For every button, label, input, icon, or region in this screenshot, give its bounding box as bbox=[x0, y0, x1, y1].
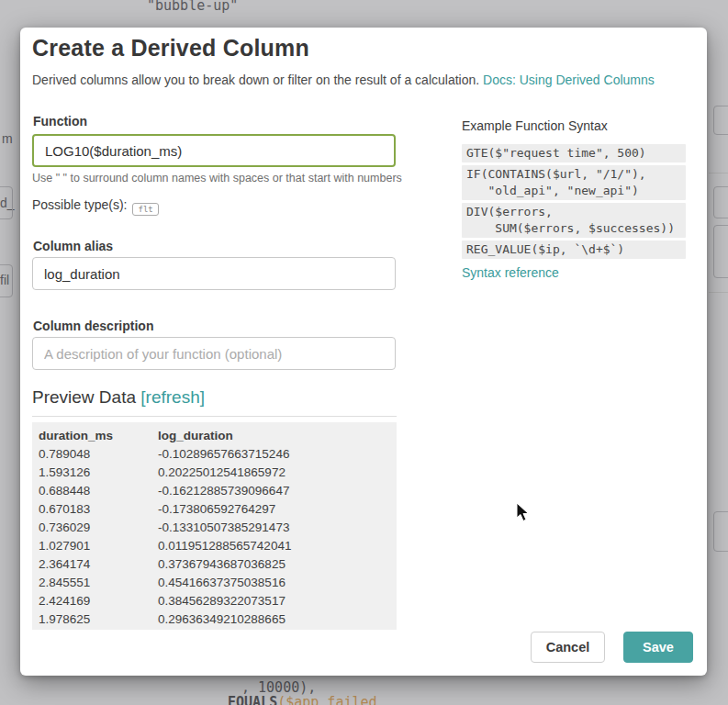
table-row: 1.5931260.20225012541865972 bbox=[32, 464, 397, 482]
type-badge-flt: flt bbox=[132, 203, 158, 216]
table-row: 1.0279010.011951288565742041 bbox=[32, 537, 397, 555]
cell-duration: 1.027901 bbox=[32, 537, 158, 555]
background-code-keyword: EQUALS bbox=[228, 694, 277, 705]
example-syntax-panel: Example Function Syntax GTE($"request ti… bbox=[462, 118, 686, 281]
cell-log-duration: 0.011951288565742041 bbox=[158, 537, 397, 555]
table-row: 2.8455510.45416637375038516 bbox=[32, 574, 397, 592]
background-divider-right-2 bbox=[709, 292, 728, 293]
background-input-edge-right-4 bbox=[713, 511, 728, 552]
create-derived-column-dialog: Create a Derived Column Derived columns … bbox=[20, 28, 707, 676]
background-fragment-left-1: m bbox=[2, 131, 13, 146]
syntax-example-reg-value: REG_VALUE($ip, `\d+$`) bbox=[462, 241, 686, 259]
possible-types: Possible type(s):flt bbox=[32, 197, 159, 213]
background-code-top: "bubble-up" bbox=[147, 0, 238, 14]
preview-table-header: duration_ms log_duration bbox=[32, 427, 397, 445]
dialog-description: Derived columns allow you to break down … bbox=[32, 73, 655, 87]
refresh-link[interactable]: [refresh] bbox=[140, 387, 205, 407]
background-code-args: ($app_failed bbox=[277, 694, 376, 705]
dialog-title: Create a Derived Column bbox=[32, 35, 309, 62]
docs-link[interactable]: Docs: Using Derived Columns bbox=[483, 73, 655, 87]
table-row: 2.3641740.37367943687036825 bbox=[32, 555, 397, 574]
column-description-input[interactable] bbox=[32, 337, 396, 370]
cell-log-duration: 0.29636349210288665 bbox=[158, 610, 397, 629]
cell-log-duration: -0.10289657663715246 bbox=[158, 445, 397, 464]
cell-duration: 0.736029 bbox=[32, 519, 158, 537]
cell-duration: 0.789048 bbox=[32, 445, 158, 464]
syntax-reference-link[interactable]: Syntax reference bbox=[462, 265, 559, 280]
cell-log-duration: -0.173806592764297 bbox=[158, 500, 397, 519]
column-description-label: Column description bbox=[33, 319, 153, 333]
cancel-button[interactable]: Cancel bbox=[531, 632, 605, 663]
preview-data-title: Preview Data bbox=[32, 387, 136, 407]
column-header-log-duration: log_duration bbox=[158, 427, 397, 445]
cell-log-duration: 0.37367943687036825 bbox=[158, 555, 397, 574]
cell-log-duration: -0.13310507385291473 bbox=[158, 519, 397, 537]
cell-duration: 2.424169 bbox=[32, 592, 158, 610]
function-input[interactable] bbox=[32, 134, 396, 167]
column-header-duration-ms: duration_ms bbox=[32, 427, 158, 445]
cell-duration: 0.670183 bbox=[32, 500, 158, 519]
background-input-edge-left-1 bbox=[0, 186, 13, 219]
cell-log-duration: -0.16212885739096647 bbox=[158, 482, 397, 500]
cell-duration: 0.688448 bbox=[32, 482, 158, 500]
cell-duration: 1.593126 bbox=[32, 464, 158, 482]
background-input-edge-right-3 bbox=[713, 225, 728, 278]
dialog-description-text: Derived columns allow you to break down … bbox=[32, 73, 483, 87]
function-helper-text: Use " " to surround column names with sp… bbox=[32, 172, 402, 185]
column-alias-input[interactable] bbox=[32, 257, 396, 290]
save-button[interactable]: Save bbox=[623, 632, 693, 663]
background-divider-right-1 bbox=[709, 173, 728, 173]
table-row: 0.736029-0.13310507385291473 bbox=[32, 519, 397, 537]
preview-data-heading: Preview Data [refresh] bbox=[32, 387, 205, 408]
cell-log-duration: 0.20225012541865972 bbox=[158, 464, 397, 482]
preview-table: duration_ms log_duration 0.789048-0.1028… bbox=[32, 422, 397, 630]
cell-log-duration: 0.38456289322073517 bbox=[158, 592, 397, 610]
table-row: 1.9786250.29636349210288665 bbox=[32, 610, 397, 629]
example-syntax-title: Example Function Syntax bbox=[462, 118, 686, 133]
cell-duration: 2.845551 bbox=[32, 574, 158, 592]
table-row: 2.4241690.38456289322073517 bbox=[32, 592, 397, 610]
cell-log-duration: 0.45416637375038516 bbox=[158, 574, 397, 592]
column-alias-label: Column alias bbox=[33, 239, 113, 253]
possible-types-label: Possible type(s): bbox=[32, 197, 127, 212]
function-label: Function bbox=[33, 114, 87, 129]
syntax-example-gte: GTE($"request time", 500) bbox=[462, 144, 686, 162]
syntax-example-div: DIV($errors, SUM($errors, $successes)) bbox=[462, 203, 686, 238]
table-row: 0.670183-0.173806592764297 bbox=[32, 500, 397, 519]
background-input-edge-right-2 bbox=[713, 186, 728, 218]
table-row: 0.789048-0.10289657663715246 bbox=[32, 445, 397, 464]
cell-duration: 2.364174 bbox=[32, 555, 158, 574]
background-input-edge-left-2 bbox=[0, 264, 13, 297]
preview-divider bbox=[32, 416, 397, 417]
syntax-example-if: IF(CONTAINS($url, "/1/"), "old_api", "ne… bbox=[462, 165, 686, 200]
cell-duration: 1.978625 bbox=[32, 610, 158, 629]
table-row: 0.688448-0.16212885739096647 bbox=[32, 482, 397, 500]
background-code-bottom-2: EQUALS($app_failed bbox=[228, 694, 377, 705]
background-input-edge-right-1 bbox=[713, 106, 728, 135]
